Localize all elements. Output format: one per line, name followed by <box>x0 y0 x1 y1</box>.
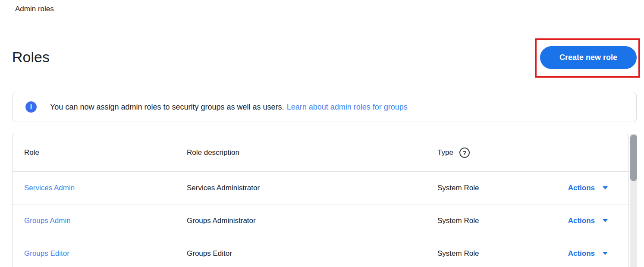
chevron-down-icon <box>603 186 608 189</box>
role-type: System Role <box>437 184 479 192</box>
role-type: System Role <box>437 249 479 258</box>
actions-dropdown[interactable]: Actions <box>568 217 608 225</box>
table-row-groups-editor: Groups Editor Groups Editor System Role … <box>13 237 628 267</box>
role-type: System Role <box>437 217 479 225</box>
vertical-scrollbar-thumb[interactable] <box>630 135 637 181</box>
chevron-down-icon <box>603 252 608 255</box>
actions-dropdown[interactable]: Actions <box>568 184 608 192</box>
learn-about-admin-roles-link[interactable]: Learn about admin roles for groups <box>287 103 408 112</box>
role-description: Services Administrator <box>187 184 260 192</box>
chevron-down-icon <box>603 219 608 222</box>
role-description: Groups Editor <box>187 249 232 258</box>
role-link-groups-admin[interactable]: Groups Admin <box>24 217 71 225</box>
create-new-role-button[interactable]: Create new role <box>540 46 637 69</box>
actions-dropdown[interactable]: Actions <box>568 249 608 258</box>
column-header-type: Type ? <box>437 148 551 158</box>
breadcrumb-admin-roles: Admin roles <box>15 5 54 13</box>
info-icon: i <box>25 101 37 113</box>
vertical-scrollbar-track[interactable] <box>630 134 637 267</box>
role-link-services-admin[interactable]: Services Admin <box>24 184 75 192</box>
info-banner: i You can now assign admin roles to secu… <box>12 92 637 122</box>
table-header-row: Role Role description Type ? <box>13 134 628 171</box>
column-header-role: Role <box>13 148 187 157</box>
column-header-role-description: Role description <box>187 148 437 157</box>
help-icon[interactable]: ? <box>459 148 470 158</box>
role-link-groups-editor[interactable]: Groups Editor <box>24 249 69 258</box>
role-description: Groups Administrator <box>187 217 256 225</box>
page-title: Roles <box>12 47 50 67</box>
table-row-groups-admin: Groups Admin Groups Administrator System… <box>13 204 628 237</box>
table-row-services-admin: Services Admin Services Administrator Sy… <box>13 171 628 204</box>
top-bar: Admin roles <box>0 0 644 18</box>
roles-table: Role Role description Type ? Services Ad… <box>12 134 629 267</box>
banner-text: You can now assign admin roles to securi… <box>50 103 284 112</box>
